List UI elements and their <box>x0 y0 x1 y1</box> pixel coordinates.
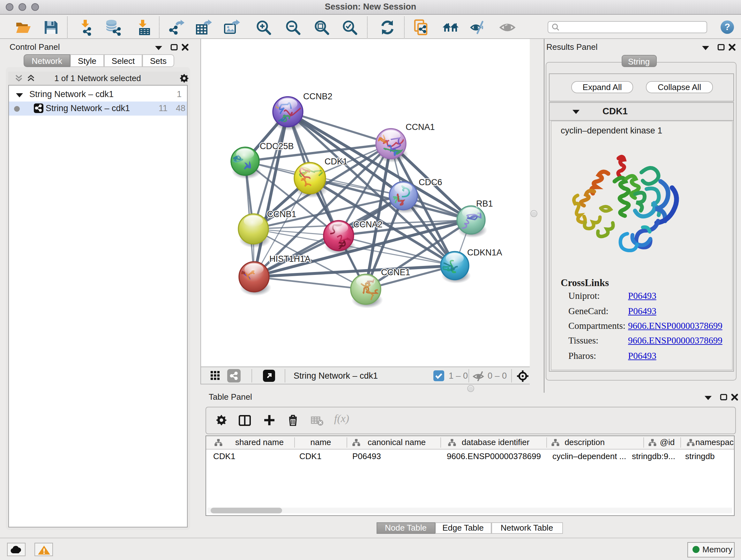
svg-text:RB1: RB1 <box>476 199 493 208</box>
svg-text:CCNB2: CCNB2 <box>303 91 333 101</box>
svg-text:CDKN1A: CDKN1A <box>467 248 502 257</box>
svg-text:CCNA2: CCNA2 <box>353 220 383 229</box>
svg-text:CCNB1: CCNB1 <box>267 209 296 219</box>
svg-text:CCNA1: CCNA1 <box>406 122 435 132</box>
svg-text:HIST1H1A: HIST1H1A <box>269 254 311 264</box>
svg-text:CDK1: CDK1 <box>325 157 347 166</box>
svg-text:CDC25B: CDC25B <box>260 141 294 151</box>
svg-text:CCNE1: CCNE1 <box>381 267 410 277</box>
svg-text:CDC6: CDC6 <box>419 178 442 187</box>
